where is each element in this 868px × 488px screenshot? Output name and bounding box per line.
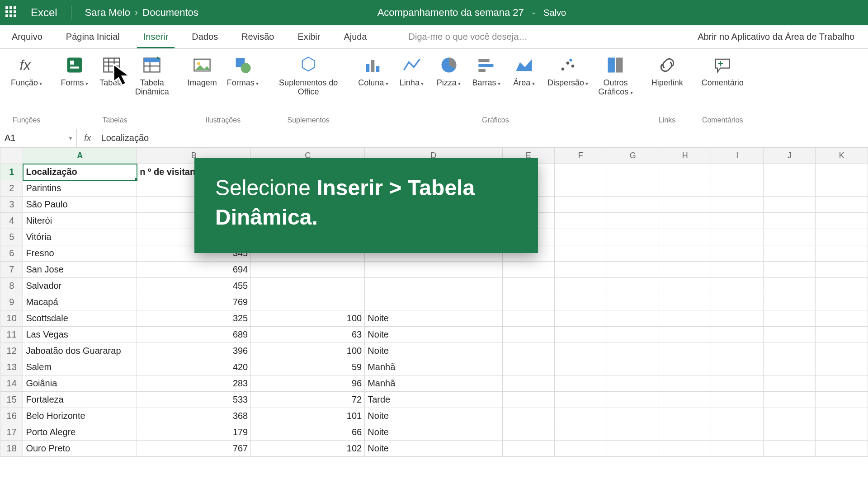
cell[interactable] [555,197,607,213]
cell[interactable]: 694 [137,262,251,278]
cell[interactable] [711,197,763,213]
cell[interactable] [555,180,607,197]
cell[interactable] [251,294,365,310]
cell[interactable] [607,164,659,180]
cell[interactable] [711,229,763,245]
cell[interactable] [555,359,607,375]
cell[interactable] [816,408,868,424]
cell[interactable]: San Jose [23,262,137,278]
cell[interactable] [659,294,711,310]
cell[interactable] [607,441,659,457]
cell[interactable] [502,310,554,327]
cell[interactable]: 179 [137,424,251,441]
cell[interactable] [659,343,711,359]
cell[interactable] [555,213,607,229]
cell[interactable] [555,424,607,441]
cell[interactable] [763,441,815,457]
cell[interactable] [555,164,607,180]
cell[interactable]: Manhã [365,375,502,392]
cell[interactable] [711,375,763,392]
cell[interactable] [763,197,815,213]
cell[interactable] [816,359,868,375]
cell[interactable] [502,359,554,375]
cell[interactable] [607,408,659,424]
bar-chart-button[interactable]: Barras [470,53,503,99]
office-addins-button[interactable]: Suplementos do Office [274,53,342,99]
cell[interactable] [763,278,815,294]
cell[interactable] [711,441,763,457]
cell[interactable] [659,424,711,441]
cell[interactable]: Jaboatão dos Guararap [23,343,137,359]
cell[interactable] [816,424,868,441]
cell[interactable] [816,229,868,245]
cell[interactable]: 396 [137,343,251,359]
tab-pagina-inicial[interactable]: Página Inicial [54,25,132,48]
cell[interactable] [816,294,868,310]
cell[interactable] [659,310,711,327]
app-launcher-icon[interactable] [5,6,18,19]
cell[interactable]: 769 [137,294,251,310]
cell[interactable] [555,229,607,245]
col-header-G[interactable]: G [607,148,659,164]
row-header[interactable]: 14 [0,375,23,392]
cell[interactable] [607,180,659,197]
cell[interactable] [763,213,815,229]
cell[interactable]: Belo Horizonte [23,408,137,424]
cell[interactable]: Macapá [23,294,137,310]
cell[interactable] [711,359,763,375]
cell[interactable] [365,294,502,310]
cell[interactable] [502,262,554,278]
cell[interactable]: Noite [365,424,502,441]
cell[interactable]: 96 [251,375,365,392]
row-header[interactable]: 6 [0,245,23,262]
cell[interactable] [555,375,607,392]
image-button[interactable]: Imagem [185,53,220,89]
cell[interactable]: Salem [23,359,137,375]
cell[interactable]: 100 [251,343,365,359]
cell[interactable] [816,180,868,197]
cell[interactable] [659,213,711,229]
tab-dados[interactable]: Dados [180,25,230,48]
tab-arquivo[interactable]: Arquivo [0,25,54,48]
cell[interactable] [555,327,607,343]
breadcrumb-folder[interactable]: Documentos [142,7,198,19]
cell[interactable] [607,245,659,262]
open-in-desktop-app[interactable]: Abrir no Aplicativo da Área de Trabalho [686,25,868,48]
name-box[interactable]: A1 ▾ [0,129,77,147]
cell[interactable] [502,375,554,392]
cell[interactable] [607,343,659,359]
cell[interactable]: 533 [137,392,251,408]
cell[interactable]: 59 [251,359,365,375]
cell[interactable] [607,294,659,310]
cell[interactable] [555,245,607,262]
cell[interactable]: 689 [137,327,251,343]
fx-label[interactable]: fx [77,133,99,143]
cell[interactable] [711,213,763,229]
cell[interactable]: 102 [251,441,365,457]
cell[interactable] [502,278,554,294]
cell[interactable]: Porto Alegre [23,424,137,441]
pie-chart-button[interactable]: Pizza [433,53,465,99]
line-chart-button[interactable]: Linha [396,53,428,99]
cell[interactable] [659,327,711,343]
cell[interactable] [711,164,763,180]
col-header-F[interactable]: F [555,148,607,164]
cell[interactable] [555,278,607,294]
cell[interactable]: Goiânia [23,375,137,392]
cell[interactable] [555,441,607,457]
tell-me-search[interactable]: Diga-me o que você deseja… [397,25,539,48]
cell[interactable] [763,359,815,375]
cell[interactable] [816,197,868,213]
cell[interactable]: 66 [251,424,365,441]
cell[interactable] [816,343,868,359]
tab-ajuda[interactable]: Ajuda [332,25,378,48]
cell[interactable] [711,310,763,327]
cell[interactable]: Niterói [23,213,137,229]
cell[interactable] [763,262,815,278]
row-header[interactable]: 4 [0,213,23,229]
col-header-I[interactable]: I [711,148,763,164]
row-header[interactable]: 17 [0,424,23,441]
cell[interactable] [816,392,868,408]
cell[interactable] [659,392,711,408]
row-header[interactable]: 2 [0,180,23,197]
